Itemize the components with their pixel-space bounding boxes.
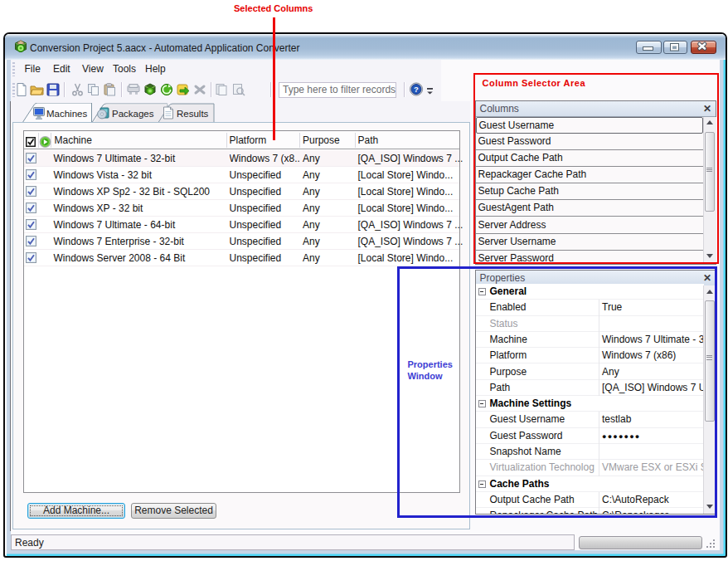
svg-text:Results: Results <box>177 108 209 118</box>
svg-text:?: ? <box>414 85 419 94</box>
svg-text:Packages: Packages <box>112 108 154 118</box>
svg-text:Machines: Machines <box>46 108 87 118</box>
